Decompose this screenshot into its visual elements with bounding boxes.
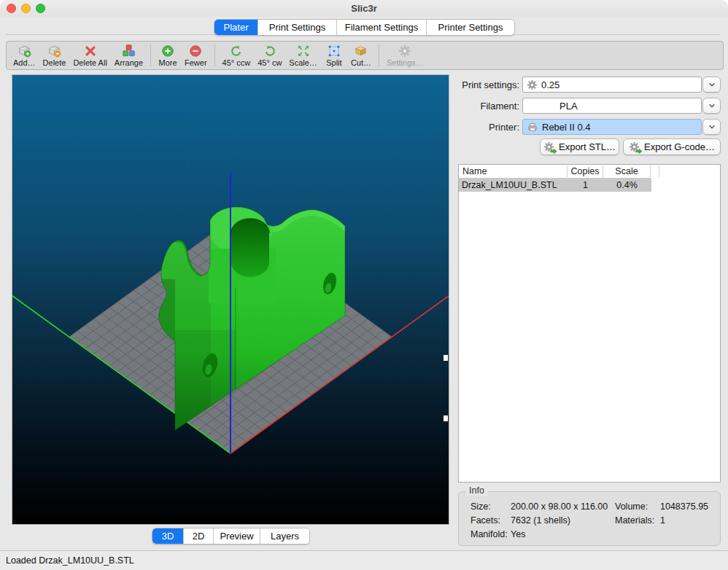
column-header-spacer xyxy=(651,165,659,177)
manifold-value: Yes xyxy=(511,529,525,539)
export-gcode-label: Export G-code… xyxy=(644,141,715,152)
filament-combobox[interactable]: PLA xyxy=(522,98,702,114)
settings-label: Settings… xyxy=(387,58,424,67)
materials-value: 1 xyxy=(660,515,665,526)
settings-button[interactable]: Settings… xyxy=(387,44,424,67)
add-label: Add… xyxy=(13,58,36,67)
settings-gear-icon xyxy=(398,44,411,58)
green-arrow-icon xyxy=(550,148,557,155)
filament-dropdown-button[interactable] xyxy=(702,98,721,114)
facets-value: 7632 (1 shells) xyxy=(511,515,570,526)
rotate-cw-icon xyxy=(263,44,276,58)
rotate-cw-label: 45° cw xyxy=(257,58,282,67)
split-button[interactable]: Split xyxy=(325,44,344,67)
viewport-edge-mark xyxy=(444,415,448,421)
arrange-label: Arrange xyxy=(115,58,143,67)
materials-label: Materials: xyxy=(615,515,654,526)
slic3r-window: Slic3r Plater Print Settings Filament Se… xyxy=(0,0,728,570)
arrange-button[interactable]: Arrange xyxy=(115,44,143,67)
table-row[interactable]: Drzak_LM10UU_B.STL 1 0.4% xyxy=(459,178,651,192)
tab-preview[interactable]: Preview xyxy=(214,528,260,544)
print-settings-combobox[interactable]: 0.25 xyxy=(522,77,702,93)
delete-box-icon xyxy=(47,44,61,58)
fewer-button[interactable]: Fewer xyxy=(185,44,207,67)
info-legend: Info xyxy=(466,485,487,496)
tab-3d[interactable]: 3D xyxy=(152,528,184,544)
toolbar: Add… Delete Delete All Arrange xyxy=(6,41,724,70)
export-stl-label: Export STL… xyxy=(559,141,616,152)
export-stl-icon xyxy=(543,141,555,153)
viewport-edge-mark xyxy=(444,355,448,361)
delete-all-label: Delete All xyxy=(73,58,107,67)
cut-label: Cut… xyxy=(351,58,371,67)
delete-button[interactable]: Delete xyxy=(43,44,66,67)
more-label: More xyxy=(158,58,177,67)
red-cross-icon xyxy=(84,44,97,58)
row-scale: 0.4% xyxy=(603,180,651,190)
chevron-down-icon xyxy=(708,122,716,131)
main-tab-bar: Plater Print Settings Filament Settings … xyxy=(214,19,515,36)
volume-label: Volume: xyxy=(615,501,648,512)
rotate-cw-button[interactable]: 45° cw xyxy=(257,44,282,67)
tab-printer-settings[interactable]: Printer Settings xyxy=(427,20,514,35)
chevron-down-icon xyxy=(708,101,716,110)
tab-2d[interactable]: 2D xyxy=(184,528,214,544)
fewer-minus-icon xyxy=(189,44,202,58)
split-marquee-icon xyxy=(328,44,341,58)
facets-label: Facets: xyxy=(471,515,500,526)
scene-3d xyxy=(12,75,449,524)
printer-value: Rebel II 0.4 xyxy=(542,122,591,133)
object-list[interactable]: Name Copies Scale Drzak_LM10UU_B.STL 1 0… xyxy=(458,164,721,483)
tab-printer-settings-label: Printer Settings xyxy=(438,22,503,33)
printer-dropdown-button[interactable] xyxy=(702,119,721,135)
tab-filament-settings-label: Filament Settings xyxy=(345,22,418,33)
rotate-ccw-button[interactable]: 45° ccw xyxy=(222,44,251,67)
viewport-3d[interactable] xyxy=(12,75,449,524)
more-button[interactable]: More xyxy=(158,44,177,67)
scale-label: Scale… xyxy=(289,58,317,67)
tab-print-settings[interactable]: Print Settings xyxy=(258,20,337,35)
tab-preview-label: Preview xyxy=(220,531,253,542)
tab-layers-label: Layers xyxy=(271,531,299,542)
delete-all-button[interactable]: Delete All xyxy=(73,44,107,67)
tab-filament-settings[interactable]: Filament Settings xyxy=(337,20,427,35)
filament-label: Filament: xyxy=(438,101,519,112)
rotate-ccw-label: 45° ccw xyxy=(222,58,251,67)
scale-arrows-icon xyxy=(297,44,310,58)
column-header-scale[interactable]: Scale xyxy=(603,165,651,177)
status-bar: Loaded Drzak_LM10UU_B.STL xyxy=(0,551,728,570)
print-settings-dropdown-button[interactable] xyxy=(702,77,721,93)
filament-value: PLA xyxy=(559,101,578,112)
printer-icon xyxy=(527,122,538,133)
green-arrow-icon xyxy=(635,148,643,155)
column-header-name[interactable]: Name xyxy=(459,165,568,177)
export-gcode-button[interactable]: Export G-code… xyxy=(623,138,721,155)
volume-value: 1048375.95 xyxy=(660,501,708,512)
tab-plater[interactable]: Plater xyxy=(214,20,258,35)
print-settings-label: Print settings: xyxy=(438,79,519,90)
print-settings-value: 0.25 xyxy=(541,79,559,90)
export-gcode-icon xyxy=(629,141,640,153)
cut-button[interactable]: Cut… xyxy=(351,44,371,67)
tab-3d-label: 3D xyxy=(162,531,174,542)
gear-icon xyxy=(527,79,538,90)
cut-box-icon xyxy=(354,44,368,58)
printer-combobox[interactable]: Rebel II 0.4 xyxy=(522,119,702,135)
tab-plater-label: Plater xyxy=(224,22,249,33)
tab-layers[interactable]: Layers xyxy=(260,528,309,544)
add-box-icon xyxy=(18,44,31,58)
view-tab-bar: 3D 2D Preview Layers xyxy=(152,528,310,544)
manifold-label: Manifold: xyxy=(471,529,508,539)
fewer-label: Fewer xyxy=(185,58,207,67)
window-title: Slic3r xyxy=(0,3,728,14)
more-plus-icon xyxy=(161,44,174,58)
printer-label: Printer: xyxy=(438,122,519,133)
toolbar-separator xyxy=(379,44,379,66)
row-name: Drzak_LM10UU_B.STL xyxy=(459,180,568,190)
scale-button[interactable]: Scale… xyxy=(289,44,317,67)
tab-2d-label: 2D xyxy=(193,531,205,542)
export-stl-button[interactable]: Export STL… xyxy=(540,138,619,155)
column-header-copies[interactable]: Copies xyxy=(568,165,603,177)
toolbar-separator xyxy=(150,44,151,66)
add-button[interactable]: Add… xyxy=(13,44,36,67)
